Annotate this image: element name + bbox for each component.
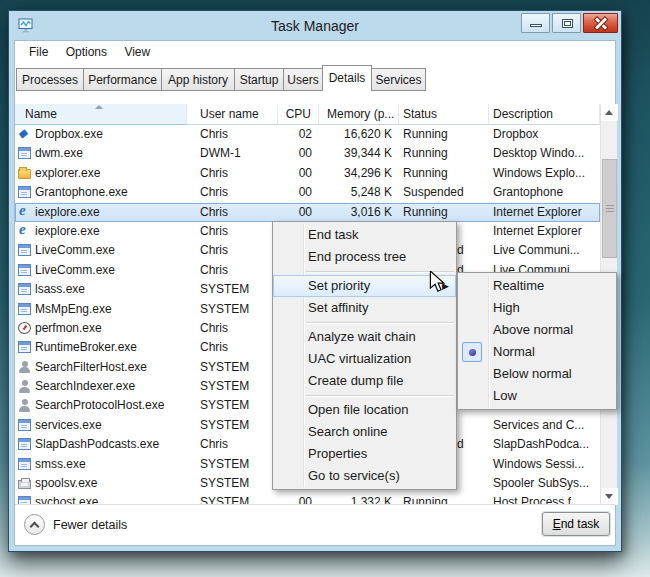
process-user: SYSTEM xyxy=(187,474,278,493)
fewer-details-label[interactable]: Fewer details xyxy=(53,518,127,532)
menu-item-open-file-location[interactable]: Open file location xyxy=(273,399,456,421)
table-row[interactable]: explorer.exe Chris 00 34,296 K Running W… xyxy=(15,164,600,183)
menu-item-set-affinity[interactable]: Set affinity xyxy=(273,297,456,319)
dropbox-icon xyxy=(18,128,31,140)
process-user: SYSTEM xyxy=(187,416,278,435)
scroll-up-button[interactable] xyxy=(601,104,618,121)
tab-performance[interactable]: Performance xyxy=(84,68,162,91)
process-user: Chris xyxy=(187,203,278,222)
menu-item-properties[interactable]: Properties xyxy=(273,443,456,465)
menu-file[interactable]: File xyxy=(22,41,55,59)
process-user: Chris xyxy=(187,261,278,280)
folder-icon xyxy=(18,169,31,179)
table-row[interactable]: dwm.exe DWM-1 00 39,344 K Running Deskto… xyxy=(15,144,600,163)
process-user: Chris xyxy=(187,183,278,202)
scrollbar-thumb[interactable] xyxy=(602,159,617,258)
submenu-item-high[interactable]: High xyxy=(458,297,616,319)
process-user: DWM-1 xyxy=(187,144,278,163)
process-memory: 39,344 K xyxy=(319,144,399,163)
process-name: iexplore.exe xyxy=(35,224,100,238)
process-status: Suspended xyxy=(399,183,489,202)
process-description: Windows Explo... xyxy=(489,164,600,183)
submenu-item-low[interactable]: Low xyxy=(458,385,616,407)
ie-icon xyxy=(18,206,31,218)
process-memory: 3,016 K xyxy=(319,203,399,222)
end-task-button[interactable]: End task xyxy=(542,512,610,536)
menu-item-go-to-services[interactable]: Go to service(s) xyxy=(273,465,456,487)
process-name: dwm.exe xyxy=(35,146,83,160)
titlebar: Task Manager xyxy=(9,11,621,40)
window-icon xyxy=(18,283,31,295)
close-button[interactable] xyxy=(583,13,618,33)
tab-processes[interactable]: Processes xyxy=(16,68,84,91)
table-row[interactable]: Grantophone.exe Chris 00 5,248 K Suspend… xyxy=(15,183,600,202)
submenu-item-realtime[interactable]: Realtime xyxy=(458,275,616,297)
desktop-background: Task Manager File Options View Processes… xyxy=(0,0,650,577)
column-header-name[interactable]: Name xyxy=(15,104,187,125)
minimize-button[interactable] xyxy=(521,13,550,33)
process-user: Chris xyxy=(187,338,278,357)
fewer-details-button[interactable] xyxy=(24,514,45,535)
process-user: SYSTEM xyxy=(187,280,278,299)
table-row[interactable]: iexplore.exe Chris 00 3,016 K Running In… xyxy=(15,203,600,222)
scrollbar-grip-icon xyxy=(606,205,614,213)
process-name: iexplore.exe xyxy=(35,205,100,219)
process-cpu: 00 xyxy=(278,164,319,183)
process-memory: 34,296 K xyxy=(319,164,399,183)
scroll-up-icon xyxy=(605,110,613,115)
process-user: Chris xyxy=(187,164,278,183)
process-description: Internet Explorer xyxy=(489,222,600,241)
process-user: Chris xyxy=(187,222,278,241)
minimize-icon xyxy=(530,24,542,27)
user-icon xyxy=(18,380,31,392)
scroll-down-button[interactable] xyxy=(601,488,618,505)
tab-details[interactable]: Details xyxy=(322,65,372,91)
process-cpu: 02 xyxy=(278,125,319,144)
process-status: Running xyxy=(399,164,489,183)
window-icon xyxy=(18,341,31,353)
submenu-item-above-normal[interactable]: Above normal xyxy=(458,319,616,341)
column-header-memory[interactable]: Memory (p... xyxy=(319,104,399,125)
menu-item-create-dump-file[interactable]: Create dump file xyxy=(273,370,456,392)
maximize-icon xyxy=(562,19,573,28)
menu-options[interactable]: Options xyxy=(59,41,114,59)
user-icon xyxy=(18,399,31,411)
process-name: smss.exe xyxy=(35,457,86,471)
column-header-cpu[interactable]: CPU xyxy=(278,104,319,125)
menu-item-uac-virtualization[interactable]: UAC virtualization xyxy=(273,348,456,370)
process-user: SYSTEM xyxy=(187,455,278,474)
context-menu: End task End process tree Set priority ▶… xyxy=(272,221,457,490)
process-description: Internet Explorer xyxy=(489,203,600,222)
menu-item-end-process-tree[interactable]: End process tree xyxy=(273,246,456,268)
column-header-status[interactable]: Status xyxy=(399,104,489,125)
tab-app-history[interactable]: App history xyxy=(162,68,235,91)
tab-startup[interactable]: Startup xyxy=(235,68,284,91)
window-icon xyxy=(18,419,31,431)
process-description: Windows Sessi... xyxy=(489,455,600,474)
process-name: lsass.exe xyxy=(35,282,85,296)
menu-item-analyze-wait-chain[interactable]: Analyze wait chain xyxy=(273,326,456,348)
process-name: RuntimeBroker.exe xyxy=(35,340,137,354)
tab-services[interactable]: Services xyxy=(372,68,426,91)
submenu-item-normal[interactable]: Normal xyxy=(458,341,616,363)
menu-item-search-online[interactable]: Search online xyxy=(273,421,456,443)
process-cpu: 00 xyxy=(278,144,319,163)
process-status: Running xyxy=(399,144,489,163)
submenu-item-below-normal[interactable]: Below normal xyxy=(458,363,616,385)
process-name: MsMpEng.exe xyxy=(35,302,112,316)
menu-item-end-task[interactable]: End task xyxy=(273,224,456,246)
process-name: SearchIndexer.exe xyxy=(35,379,135,393)
column-header-user-name[interactable]: User name xyxy=(187,104,278,125)
process-name: Dropbox.exe xyxy=(35,127,103,141)
tab-users[interactable]: Users xyxy=(284,68,323,91)
window-icon xyxy=(18,303,31,315)
column-header-description[interactable]: Description xyxy=(489,104,600,125)
process-user: SYSTEM xyxy=(187,358,278,377)
process-user: Chris xyxy=(187,125,278,144)
table-row[interactable]: Dropbox.exe Chris 02 16,620 K Running Dr… xyxy=(15,125,600,144)
menu-bar: File Options View xyxy=(15,41,615,62)
menu-separator xyxy=(306,322,454,323)
menu-view[interactable]: View xyxy=(117,41,157,59)
process-user: SYSTEM xyxy=(187,396,278,415)
maximize-button[interactable] xyxy=(552,13,581,33)
